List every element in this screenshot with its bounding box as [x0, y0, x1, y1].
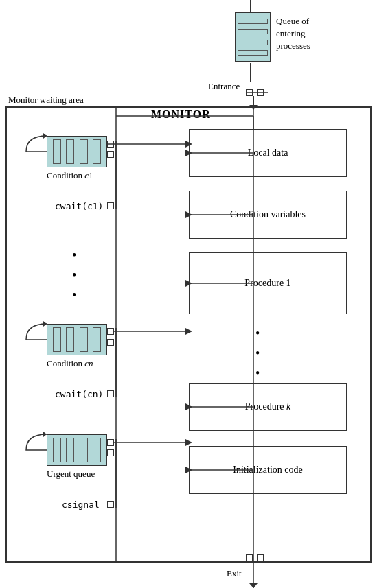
exit-sq2	[257, 554, 264, 561]
urgent-label: Urgent queue	[47, 469, 95, 480]
urgent-sq-right	[107, 439, 114, 446]
queue-stripe-1	[238, 19, 268, 24]
c1-sq-cwait	[107, 202, 114, 209]
c1-sq-right	[107, 141, 114, 148]
entrance-sq2	[257, 89, 264, 96]
c1-sq-out	[107, 151, 114, 158]
cwait-c1-label: cwait(c1)	[55, 201, 103, 211]
procedure-k-box: Procedure k	[189, 383, 347, 431]
svg-marker-15	[249, 583, 258, 588]
queue-stripe-2	[238, 29, 268, 34]
queue-label: Queue of entering processes	[276, 15, 310, 53]
condition-c1-queue	[47, 136, 107, 167]
monitor-label: MONITOR	[151, 108, 211, 121]
queue-stripe-4	[238, 50, 268, 56]
local-data-box: Local data	[189, 129, 347, 177]
init-code-box: Initialization code	[189, 446, 347, 494]
exit-sq1	[246, 554, 253, 561]
dots-middle: •••	[72, 246, 76, 305]
arrow-into-queue	[250, 0, 251, 14]
cn-sq-out	[107, 339, 114, 346]
cwait-cn-label: cwait(cn)	[55, 389, 103, 399]
dots-right: •••	[255, 324, 260, 383]
condition-variables-box: Condition variables	[189, 191, 347, 239]
condition-c1-label: Condition c1	[47, 170, 93, 181]
entering-queue	[235, 12, 271, 62]
exit-label: Exit	[227, 568, 242, 579]
procedure-1-box: Procedure 1	[189, 252, 347, 314]
entrance-sq1	[246, 89, 253, 96]
entrance-label: Entrance	[208, 81, 240, 92]
cn-sq-right	[107, 328, 114, 335]
urgent-queue	[47, 434, 107, 466]
waiting-area-label: Monitor waiting area	[8, 95, 84, 106]
cn-sq-cwait	[107, 390, 114, 397]
condition-cn-queue	[47, 324, 107, 355]
csignal-label: csignal	[62, 499, 100, 510]
urgent-sq-csignal	[107, 501, 114, 508]
queue-stripe-3	[238, 40, 268, 45]
arrow-queue-down	[250, 63, 251, 82]
urgent-sq-out	[107, 449, 114, 456]
condition-cn-label: Condition cn	[47, 358, 93, 369]
